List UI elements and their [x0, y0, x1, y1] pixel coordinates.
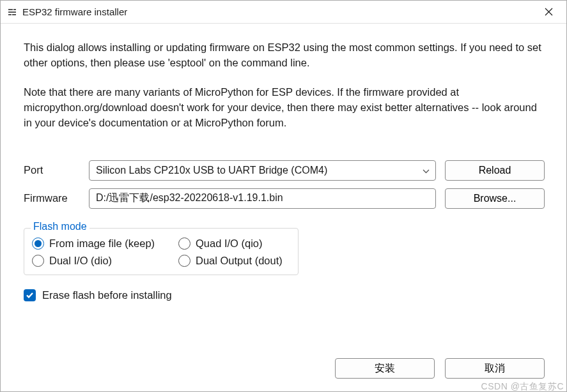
radio-label: Dual Output (dout) [196, 255, 283, 267]
form-area: Port Silicon Labs CP210x USB to UART Bri… [24, 160, 545, 216]
radio-icon [32, 237, 44, 250]
radio-label: Quad I/O (qio) [196, 237, 263, 250]
flash-mode-options: From image file (keep) Quad I/O (qio) Du… [32, 237, 290, 267]
flash-mode-fieldset: Flash mode From image file (keep) Quad I… [24, 228, 299, 275]
radio-icon [178, 255, 190, 267]
port-row: Port Silicon Labs CP210x USB to UART Bri… [24, 160, 545, 181]
cancel-button[interactable]: 取消 [445, 358, 545, 379]
flash-mode-option-keep[interactable]: From image file (keep) [32, 237, 176, 250]
radio-label: Dual I/O (dio) [49, 255, 112, 267]
close-icon [545, 8, 553, 16]
erase-flash-label: Erase flash before installing [42, 289, 172, 301]
radio-icon [178, 237, 190, 250]
firmware-label: Firmware [24, 192, 80, 204]
port-select[interactable]: Silicon Labs CP210x USB to UART Bridge (… [89, 160, 436, 181]
port-select-wrap: Silicon Labs CP210x USB to UART Bridge (… [89, 160, 436, 181]
browse-button[interactable]: Browse... [445, 188, 545, 209]
dialog-footer: 安装 取消 [24, 348, 545, 391]
window-title: ESP32 firmware installer [22, 6, 536, 17]
port-select-value: Silicon Labs CP210x USB to UART Bridge (… [96, 165, 327, 176]
app-icon [7, 7, 17, 17]
intro-text: This dialog allows installing or updatin… [24, 40, 545, 131]
checkbox-icon [24, 289, 36, 301]
flash-mode-legend: Flash mode [31, 221, 89, 232]
radio-label: From image file (keep) [49, 237, 155, 250]
close-button[interactable] [536, 3, 561, 22]
flash-mode-option-dio[interactable]: Dual I/O (dio) [32, 255, 176, 267]
port-label: Port [24, 164, 80, 176]
dialog-window: ESP32 firmware installer This dialog all… [0, 0, 567, 392]
titlebar: ESP32 firmware installer [1, 1, 566, 24]
firmware-input[interactable] [89, 188, 436, 209]
flash-mode-option-qio[interactable]: Quad I/O (qio) [178, 237, 290, 250]
dialog-content: This dialog allows installing or updatin… [1, 24, 566, 391]
intro-paragraph-2: Note that there are many variants of Mic… [24, 85, 545, 131]
erase-flash-checkbox[interactable]: Erase flash before installing [24, 289, 545, 301]
flash-mode-option-dout[interactable]: Dual Output (dout) [178, 255, 290, 267]
intro-paragraph-1: This dialog allows installing or updatin… [24, 40, 545, 71]
install-button[interactable]: 安装 [335, 358, 435, 379]
radio-icon [32, 255, 44, 267]
firmware-row: Firmware Browse... [24, 188, 545, 209]
reload-button[interactable]: Reload [445, 160, 545, 181]
